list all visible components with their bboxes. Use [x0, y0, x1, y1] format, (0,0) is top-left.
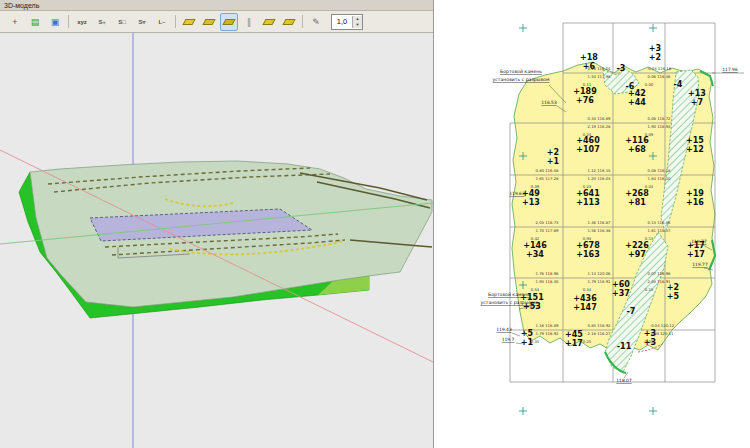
surface-icon-3-glyph — [222, 19, 235, 25]
scale-value[interactable]: 1,0 — [332, 17, 352, 26]
cell-cut-volume: +163 — [576, 250, 599, 259]
spinner-arrows[interactable]: ▲▼ — [352, 16, 362, 28]
cell-cut-volume: +147 — [573, 303, 596, 312]
cell-fill-volume: +42 — [628, 89, 646, 98]
grid-node-elevation: 1.76 116.96 — [536, 271, 560, 276]
surface-icon-3[interactable] — [220, 13, 238, 31]
toolbar-separator — [68, 15, 69, 28]
cut-zone-volume: -6 — [626, 82, 635, 91]
plan-grid — [510, 23, 715, 382]
cell-fill-volume: +678 — [576, 241, 600, 250]
cell-fill-volume: +226 — [625, 241, 649, 250]
curb-note-line2: установить с разрывом — [481, 300, 538, 305]
cell-fill-volume: +15 — [686, 136, 704, 145]
boundary-thick-green-1 — [605, 352, 626, 373]
spot-elevation-label: 119.77 — [692, 262, 708, 267]
cell-cut-volume: +17 — [687, 250, 705, 259]
red-dashed-line — [638, 343, 664, 352]
surface-icon-5[interactable] — [280, 13, 298, 31]
grid-node-elevation: 0.42 — [531, 236, 540, 241]
viewport-3d[interactable] — [0, 33, 433, 448]
cell-fill-volume: +3 — [649, 44, 661, 53]
cell-fill-volume: +5 — [521, 329, 534, 338]
cell-cut-volume: +37 — [612, 289, 630, 298]
cell-fill-volume: +116 — [625, 136, 649, 145]
grid-node-elevation: 1.93 116.30 — [536, 279, 560, 284]
app-window: 3D-модель +▤▣xyzS₊S□S▿L₋∥✎ 1,0 ▲▼ — [0, 0, 750, 448]
grid-node-elevation: 2.18 116.27 — [588, 331, 612, 336]
panel-3d-title: 3D-модель — [0, 0, 433, 11]
cell-fill-volume: +13 — [688, 89, 706, 98]
axes-xyz-icon[interactable]: xyz — [73, 13, 91, 31]
grid-node-elevation: 1.16 116.89 — [536, 323, 560, 328]
cell-cut-volume: +5 — [667, 292, 680, 301]
hatch-lines-icon[interactable]: ∥ — [240, 13, 258, 31]
pan-icon[interactable]: + — [6, 13, 24, 31]
grid-node-elevation: 0.35 — [531, 339, 540, 344]
grid-node-elevation: 0.39 — [531, 184, 540, 189]
grid-node-elevation: 0.09 — [645, 132, 654, 137]
spinner-down-icon[interactable]: ▼ — [353, 22, 362, 28]
cell-cut-volume: +7 — [691, 98, 703, 107]
grid-node-elevation: 0.54 — [531, 287, 540, 292]
cell-fill-volume: +45 — [565, 330, 583, 339]
cell-fill-volume: +18 — [580, 53, 598, 62]
cell-fill-volume: +189 — [573, 87, 597, 96]
cell-cut-volume: +76 — [576, 96, 594, 105]
boundary-thick-green-2 — [700, 71, 713, 86]
cell-cut-volume: +113 — [576, 198, 599, 207]
grid-node-elevation: 1.14 120.06 — [588, 271, 612, 276]
cell-fill-volume: +146 — [523, 241, 547, 250]
grid-node-elevation: 0.06 116.36 — [648, 74, 672, 79]
grid-node-elevation: 0.34 116.69 — [588, 116, 612, 121]
cut-zone-volume: -4 — [674, 80, 683, 89]
surface-icon-2[interactable] — [200, 13, 218, 31]
cut-zone-volume: -11 — [617, 342, 632, 351]
surface-icon-1-glyph — [182, 19, 195, 25]
grid-node-elevation: 0.05 — [645, 339, 654, 344]
select-square-icon[interactable]: S□ — [113, 13, 131, 31]
spot-elevation-label: 118.07 — [616, 378, 632, 383]
select-points-icon[interactable]: S₊ — [93, 13, 111, 31]
cell-cut-volume: +81 — [628, 198, 646, 207]
cell-fill-volume: +17 — [687, 241, 705, 250]
grid-node-elevation: 1.79 116.91 — [588, 279, 612, 284]
spot-elevation-label: 117.96 — [722, 67, 738, 72]
grid-node-elevation: 1.61 116.57 — [648, 228, 672, 233]
elevation-leaders — [512, 73, 744, 378]
cell-cut-volume: +44 — [628, 98, 646, 107]
cell-fill-volume: +641 — [576, 189, 600, 198]
surface-icon-1[interactable] — [180, 13, 198, 31]
surface-icon-4[interactable] — [260, 13, 278, 31]
cell-fill-volume: +19 — [686, 189, 704, 198]
surface-icon-2-glyph — [202, 19, 215, 25]
line-icon[interactable]: L₋ — [153, 13, 171, 31]
spot-elevation-label: 119.7 — [502, 337, 515, 342]
toolbar-separator — [175, 15, 176, 28]
cut-zone-volume: -3 — [617, 64, 626, 73]
pipette-icon[interactable]: ✎ — [307, 13, 325, 31]
grid-node-elevation: 0.34 — [583, 287, 592, 292]
grid-node-elevation: 0.13 — [645, 236, 654, 241]
grid-node-elevation: 0.24 — [583, 132, 592, 137]
curb-note-line1: Бортовой камень — [500, 69, 542, 74]
grid-node-elevation: 0.04 — [645, 184, 654, 189]
cell-fill-volume: +2 — [547, 148, 559, 157]
panel-cartogram: Объём, м3Всего, м3Насыпь+352+2467+719+66… — [434, 0, 750, 448]
cell-cut-volume: +53 — [523, 302, 541, 311]
scale-spinner[interactable]: 1,0 ▲▼ — [331, 14, 363, 30]
cell-cut-volume: +97 — [628, 250, 646, 259]
grid-node-elevation: 0.13 — [645, 287, 654, 292]
display-icon[interactable]: ▣ — [46, 13, 64, 31]
spot-elevation-label: 119.77 — [691, 239, 707, 244]
select-shape-icon[interactable]: S▿ — [133, 13, 151, 31]
toolbar-buttons: +▤▣xyzS₊S□S▿L₋∥✎ — [5, 13, 326, 31]
curb-note-line1: Бортовой камень — [488, 292, 530, 297]
grid-node-elevation: 0.11 — [583, 82, 592, 87]
cell-cut-volume: +34 — [526, 250, 544, 259]
layers-icon[interactable]: ▤ — [26, 13, 44, 31]
cell-fill-volume: +460 — [576, 136, 600, 145]
grid-node-elevation: 1.90 116.94 — [648, 124, 672, 129]
grid-node-elevation: 0.93 — [583, 236, 592, 241]
toolbar-3d: +▤▣xyzS₊S□S▿L₋∥✎ 1,0 ▲▼ — [0, 11, 433, 33]
